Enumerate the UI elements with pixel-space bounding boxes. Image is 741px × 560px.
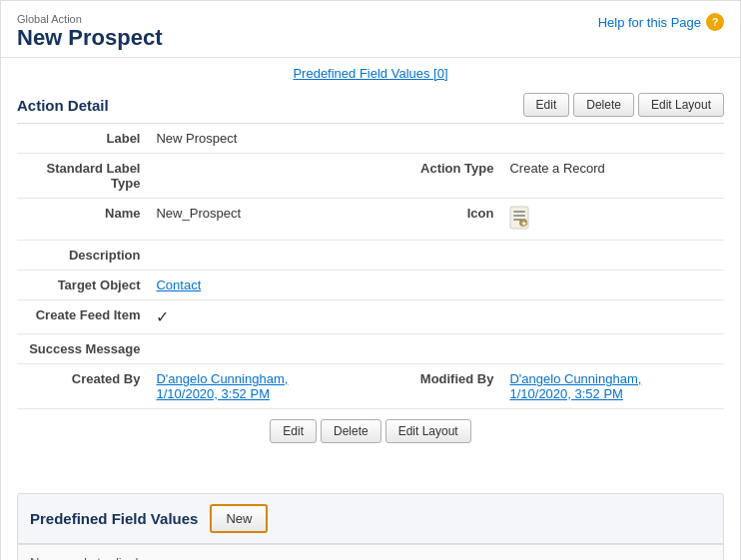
success-message-label: Success Message <box>17 334 148 364</box>
created-by-link[interactable]: D'angelo Cunningham,1/10/2020, 3:52 PM <box>156 371 288 401</box>
table-row: Name New_Prospect Icon <box>17 199 724 241</box>
label-field-value: New Prospect <box>148 124 724 154</box>
contact-link[interactable]: Contact <box>156 278 201 292</box>
top-button-group: Edit Delete Edit Layout <box>523 93 724 117</box>
table-row: Create Feed Item ✓ <box>17 300 724 334</box>
created-by-value: D'angelo Cunningham,1/10/2020, 3:52 PM <box>148 364 370 409</box>
name-label: Name <box>17 199 148 241</box>
modified-by-label: Modified By <box>370 364 501 409</box>
bottom-button-group-container: Edit Delete Edit Layout <box>17 409 724 453</box>
section-title: Action Detail <box>17 97 109 114</box>
standard-label-type-label: Standard LabelType <box>17 154 148 199</box>
success-message-value <box>148 334 724 364</box>
section-header: Action Detail Edit Delete Edit Layout <box>17 85 724 124</box>
predefined-field-values-section: Predefined Field Values New No records t… <box>17 493 724 560</box>
table-row: Label New Prospect <box>17 124 724 154</box>
standard-label-type-value <box>148 154 370 199</box>
svg-rect-2 <box>513 215 525 217</box>
icon-value: ★ <box>501 199 724 241</box>
top-edit-button[interactable]: Edit <box>523 93 570 117</box>
action-detail-section: Action Detail Edit Delete Edit Layout La… <box>17 85 724 453</box>
target-object-value: Contact <box>148 271 724 300</box>
icon-label: Icon <box>370 199 501 241</box>
action-type-value: Create a Record <box>501 154 724 199</box>
table-row: Created By D'angelo Cunningham,1/10/2020… <box>17 364 724 409</box>
description-label: Description <box>17 241 148 271</box>
target-object-label: Target Object <box>17 271 148 300</box>
page-header: Global Action New Prospect Help for this… <box>1 1 740 58</box>
global-action-label: Global Action <box>17 13 163 25</box>
table-row: Success Message <box>17 334 724 364</box>
create-feed-item-label: Create Feed Item <box>17 300 148 334</box>
svg-rect-1 <box>513 211 525 213</box>
bottom-edit-layout-button[interactable]: Edit Layout <box>385 419 471 443</box>
record-icon: ★ <box>509 218 529 233</box>
name-value: New_Prospect <box>148 199 370 241</box>
detail-table: Label New Prospect Standard LabelType Ac… <box>17 124 724 409</box>
action-type-label: Action Type <box>370 154 501 199</box>
help-link-text: Help for this Page <box>598 15 701 30</box>
no-records-message: No records to display <box>18 544 723 560</box>
predefined-section-header: Predefined Field Values New <box>18 494 723 544</box>
checkmark-icon: ✓ <box>156 308 169 325</box>
create-feed-item-value: ✓ <box>148 300 724 334</box>
modified-by-link[interactable]: D'angelo Cunningham,1/10/2020, 3:52 PM <box>509 371 641 401</box>
bottom-button-group: Edit Delete Edit Layout <box>17 419 724 443</box>
predefined-section-title: Predefined Field Values <box>30 510 198 527</box>
main-content: Action Detail Edit Delete Edit Layout La… <box>1 85 740 485</box>
bottom-edit-button[interactable]: Edit <box>270 419 317 443</box>
new-button[interactable]: New <box>210 504 268 533</box>
table-row: Target Object Contact <box>17 271 724 300</box>
help-icon: ? <box>706 13 724 31</box>
label-field-label: Label <box>17 124 148 154</box>
page-title: New Prospect <box>17 25 163 50</box>
bottom-delete-button[interactable]: Delete <box>321 419 381 443</box>
top-delete-button[interactable]: Delete <box>573 93 634 117</box>
help-link[interactable]: Help for this Page ? <box>598 13 724 31</box>
table-row: Description <box>17 241 724 271</box>
description-value <box>148 241 724 271</box>
predefined-field-values-link[interactable]: Predefined Field Values [0] <box>293 66 447 81</box>
created-by-label: Created By <box>17 364 148 409</box>
top-edit-layout-button[interactable]: Edit Layout <box>638 93 724 117</box>
table-row: Standard LabelType Action Type Create a … <box>17 154 724 199</box>
modified-by-value: D'angelo Cunningham,1/10/2020, 3:52 PM <box>501 364 724 409</box>
predefined-link-row: Predefined Field Values [0] <box>1 58 740 85</box>
